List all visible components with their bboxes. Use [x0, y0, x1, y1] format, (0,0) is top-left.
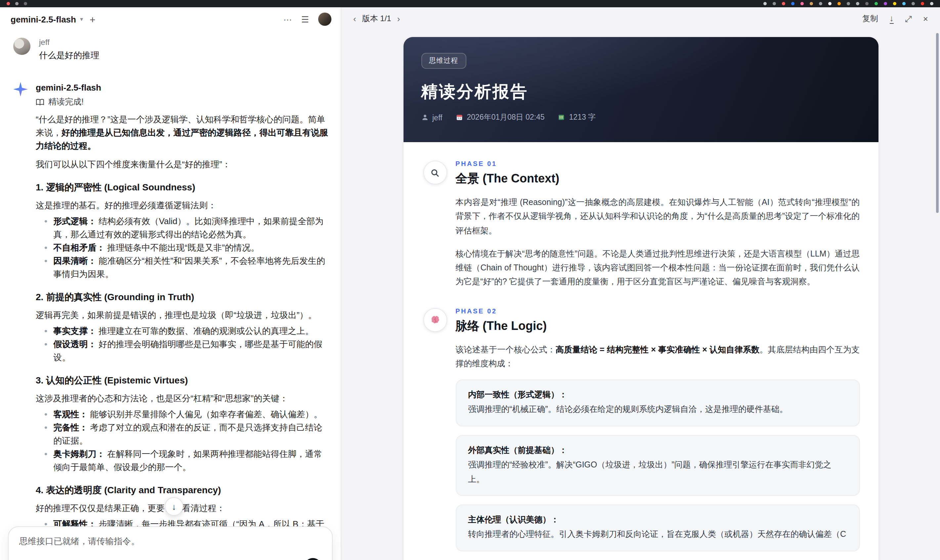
menubar-icon[interactable]: [884, 2, 887, 5]
version-label: 版本 1/1: [362, 13, 391, 24]
voice-input-button[interactable]: [304, 558, 322, 560]
menubar-icon[interactable]: [15, 2, 18, 5]
text-run: 这涉及推理者的心态和方法论，也是区分“杠精”和“思想家”的关键：: [36, 393, 288, 403]
message-list: •事实支撑： 推理建立在可靠的数据、准确的观测或公认的真理之上。•假设透明： 好…: [36, 325, 329, 364]
model-selector[interactable]: gemini-2.5-flash ▾: [11, 14, 83, 24]
info-card-body: 强调推理的“经验校准”。解决“GIGO（垃圾进，垃圾出）”问题，确保推理引擎运行…: [468, 458, 847, 487]
chat-input-actions: + ✳ ▢: [19, 558, 322, 560]
list-item: •形式逻辑： 结构必须有效（Valid）。比如演绎推理中，如果前提全部为真，那么…: [36, 215, 329, 242]
menubar-icon[interactable]: [819, 2, 822, 5]
text-run: 推理建立在可靠的数据、准确的观测或公认的真理之上。: [96, 326, 314, 336]
hero-meta-text: 2026年01月08日 02:45: [467, 112, 544, 122]
menubar-icon[interactable]: [837, 2, 841, 5]
scroll-to-bottom-button[interactable]: ↓: [165, 497, 183, 516]
text-run: 核心情境在于解决“思考的随意性”问题。不论是人类通过批判性思维进行决策，还是大语…: [455, 249, 860, 287]
hero-meta-text: 1213 字: [569, 112, 596, 122]
account-avatar[interactable]: [318, 12, 331, 26]
text-run: 逻辑再完美，如果前提是错误的，推理也是垃圾（即“垃圾进，垃圾出”）。: [36, 310, 316, 320]
chat-panel: gemini-2.5-flash ▾ + ··· ☰ jeff 什么是好的推理: [0, 7, 341, 560]
app-window: gemini-2.5-flash ▾ + ··· ☰ jeff 什么是好的推理: [0, 7, 940, 560]
hero-meta-text: jeff: [432, 113, 442, 122]
menubar-icon[interactable]: [763, 2, 767, 5]
chat-message-list[interactable]: jeff 什么是好的推理 gemini-2.5-flash 精读完成! “什么是…: [0, 31, 341, 560]
assistant-name: gemini-2.5-flash: [36, 83, 329, 92]
user-message-body: jeff 什么是好的推理: [39, 38, 99, 62]
text-run: 好的推理不仅仅是结果正确，更要让人看清过程：: [36, 503, 225, 513]
info-card: 主体伦理（认识美德）：转向推理者的心理特征。引入奥卡姆剃刀和反向论证，旨在克服人…: [455, 505, 860, 552]
info-card-title: 内部一致性（形式逻辑）：: [468, 388, 847, 403]
close-icon[interactable]: ×: [923, 14, 928, 23]
macos-menubar: [0, 0, 940, 7]
report-meta: jeff2026年01月08日 02:451213 字: [421, 112, 860, 122]
message-paragraph: 这涉及推理者的心态和方法论，也是区分“杠精”和“思想家”的关键：: [36, 392, 329, 405]
text-run: 本内容是对“推理 (Reasoning)”这一抽象概念的高层建模。在知识爆炸与人…: [455, 198, 860, 235]
section-paragraph: 该论述基于一个核心公式：高质量结论 = 结构完整性 × 事实准确性 × 认知自律…: [455, 343, 860, 371]
download-icon[interactable]: ↓: [889, 14, 894, 23]
menubar-icon[interactable]: [893, 2, 896, 5]
menubar-icon[interactable]: [24, 2, 27, 5]
bold-text: 不自相矛盾：: [53, 243, 105, 252]
bullet-icon: •: [44, 242, 47, 255]
bold-text: 好的推理是从已知信息出发，通过严密的逻辑路径，得出可靠且有说服力结论的过程。: [36, 128, 328, 151]
message-heading: 2. 前提的真实性 (Grounding in Truth): [36, 290, 329, 303]
menubar-status-icons: [763, 2, 933, 5]
person-icon: [421, 114, 428, 121]
copy-button[interactable]: 复制: [862, 13, 878, 24]
user-message-text: 什么是好的推理: [39, 49, 99, 62]
bullet-icon: •: [44, 408, 47, 421]
list-item-text: 不自相矛盾： 推理链条中不能出现“既是又非”的情况。: [53, 242, 329, 255]
list-item-text: 因果清晰： 能准确区分“相关性”和“因果关系”，不会轻率地将先后发生的事情归为因…: [53, 255, 329, 281]
more-options-button[interactable]: ···: [284, 15, 292, 23]
list-item: •事实支撑： 推理建立在可靠的数据、准确的观测或公认的真理之上。: [36, 325, 329, 338]
menubar-icon[interactable]: [856, 2, 859, 5]
menubar-icon[interactable]: [800, 2, 804, 5]
message-paragraph: 我们可以从以下四个维度来衡量什么是“好的推理”：: [36, 158, 329, 171]
bullet-icon: •: [44, 448, 47, 474]
user-avatar: [13, 38, 31, 55]
bold-text: 事实支撑：: [53, 326, 96, 336]
menubar-icon[interactable]: [847, 2, 850, 5]
list-item: •因果清晰： 能准确区分“相关性”和“因果关系”，不会轻率地将先后发生的事情归为…: [36, 255, 329, 281]
message-paragraph: 这是推理的基石。好的推理必须遵循逻辑法则：: [36, 199, 329, 212]
menubar-icon[interactable]: [930, 2, 933, 5]
section-paragraph: 本内容是对“推理 (Reasoning)”这一抽象概念的高层建模。在知识爆炸与人…: [455, 196, 860, 238]
new-chat-button[interactable]: +: [89, 14, 96, 24]
menubar-icon[interactable]: [810, 2, 813, 5]
text-run: 能够识别并尽量排除个人偏见（如幸存者偏差、确认偏差）。: [88, 409, 322, 419]
hero-meta-item: 1213 字: [558, 112, 596, 122]
chat-input[interactable]: 思维接口已就绪，请传输指令。 + ✳ ▢: [8, 526, 333, 560]
menubar-icon[interactable]: [782, 2, 785, 5]
user-name: jeff: [39, 38, 99, 47]
message-heading: 3. 认知的公正性 (Epistemic Virtues): [36, 374, 329, 387]
hero-meta-item: jeff: [421, 113, 442, 122]
list-item-text: 客观性： 能够识别并尽量排除个人偏见（如幸存者偏差、确认偏差）。: [53, 408, 329, 421]
expand-icon[interactable]: ⤢: [905, 14, 912, 23]
preview-toolbar: ‹ 版本 1/1 › 复制 ↓ ⤢ ×: [341, 7, 940, 30]
menubar-icon[interactable]: [773, 2, 776, 5]
text-run: 我们可以从以下四个维度来衡量什么是“好的推理”：: [36, 159, 231, 169]
search-icon: [423, 161, 447, 185]
menubar-icon[interactable]: [828, 2, 832, 5]
message-heading: 4. 表达的透明度 (Clarity and Transparency): [36, 483, 329, 497]
message-paragraph: 逻辑再完美，如果前提是错误的，推理也是垃圾（即“垃圾进，垃圾出”）。: [36, 309, 329, 322]
menubar-icon[interactable]: [791, 2, 794, 5]
menubar-icon[interactable]: [921, 2, 924, 5]
text-run: 考虑了对立的观点和潜在的反证，而不是只选择支持自己结论的证据。: [53, 423, 322, 446]
scrollbar-thumb[interactable]: [936, 33, 938, 213]
settings-sliders-button[interactable]: ☰: [301, 15, 309, 23]
menubar-icon[interactable]: [902, 2, 906, 5]
menubar-icon[interactable]: [912, 2, 915, 5]
report-section: PHASE 02脉络 (The Logic)该论述基于一个核心公式：高质量结论 …: [423, 307, 860, 551]
previous-version-button[interactable]: ‹: [353, 14, 356, 23]
info-card-title: 主体伦理（认识美德）：: [468, 513, 847, 528]
bullet-icon: •: [44, 325, 47, 338]
section-body: PHASE 02脉络 (The Logic)该论述基于一个核心公式：高质量结论 …: [455, 307, 860, 551]
book-icon: [36, 98, 44, 106]
screen: gemini-2.5-flash ▾ + ··· ☰ jeff 什么是好的推理: [0, 0, 940, 560]
menubar-icon[interactable]: [7, 2, 10, 5]
menubar-left-icons: [7, 2, 27, 5]
next-version-button[interactable]: ›: [397, 14, 400, 23]
bullet-icon: •: [44, 255, 47, 281]
menubar-icon[interactable]: [875, 2, 878, 5]
menubar-icon[interactable]: [865, 2, 869, 5]
